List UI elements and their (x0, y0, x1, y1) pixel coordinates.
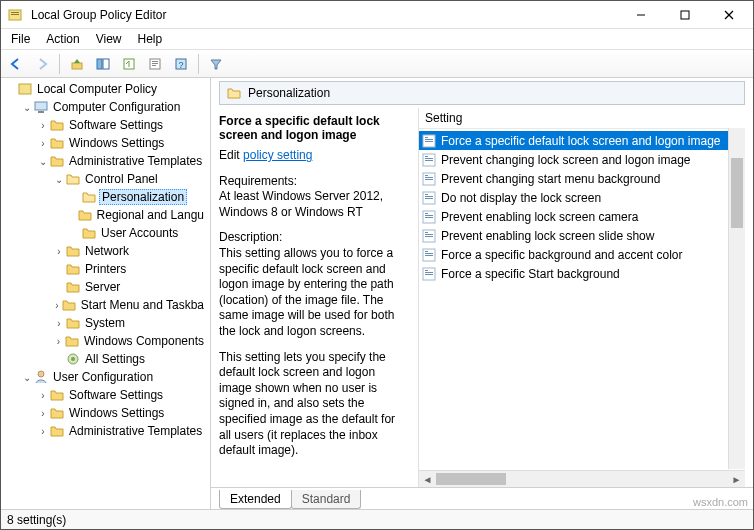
tree-user-accounts[interactable]: User Accounts (69, 224, 210, 242)
help-button[interactable]: ? (170, 53, 192, 75)
expander-icon[interactable]: ⌄ (37, 156, 49, 167)
setting-icon (421, 152, 437, 168)
svg-rect-42 (425, 217, 433, 218)
minimize-button[interactable] (619, 1, 663, 29)
tree-computer-configuration[interactable]: ⌄ Computer Configuration (21, 98, 210, 116)
tree-printers[interactable]: Printers (53, 260, 210, 278)
back-button[interactable] (5, 53, 27, 75)
svg-rect-25 (425, 139, 433, 140)
menu-file[interactable]: File (11, 32, 30, 46)
export-list-button[interactable] (118, 53, 140, 75)
setting-row[interactable]: Force a specific Start background (419, 264, 745, 283)
tree-software-settings[interactable]: ›Software Settings (37, 116, 210, 134)
scroll-left-icon[interactable]: ◄ (419, 474, 436, 485)
scrollbar-thumb[interactable] (436, 473, 506, 485)
setting-row[interactable]: Prevent enabling lock screen camera (419, 207, 745, 226)
expander-icon[interactable]: › (37, 408, 49, 419)
expander-icon[interactable]: › (53, 318, 65, 329)
setting-row[interactable]: Do not display the lock screen (419, 188, 745, 207)
scrollbar-thumb[interactable] (731, 158, 743, 228)
up-button[interactable] (66, 53, 88, 75)
vertical-scrollbar[interactable] (728, 128, 745, 469)
tree-label: Administrative Templates (67, 424, 204, 438)
settings-column-header[interactable]: Setting (419, 108, 745, 129)
tree-personalization[interactable]: Personalization (69, 188, 210, 206)
requirements-label: Requirements: (219, 174, 297, 188)
svg-rect-54 (425, 274, 433, 275)
tree-admin-templates[interactable]: ⌄Administrative Templates (37, 152, 210, 170)
content-pane: Personalization Force a specific default… (211, 78, 753, 509)
setting-icon (421, 190, 437, 206)
tree-control-panel[interactable]: ⌄Control Panel (53, 170, 210, 188)
svg-rect-45 (425, 234, 433, 235)
menu-view[interactable]: View (96, 32, 122, 46)
tree-windows-settings[interactable]: ›Windows Settings (37, 134, 210, 152)
tree-label: Software Settings (67, 118, 165, 132)
svg-point-22 (38, 371, 44, 377)
menu-help[interactable]: Help (138, 32, 163, 46)
setting-row[interactable]: Prevent enabling lock screen slide show (419, 226, 745, 245)
settings-list[interactable]: Force a specific default lock screen and… (419, 129, 745, 470)
view-tabs: Extended Standard (211, 487, 753, 509)
horizontal-scrollbar[interactable]: ◄ ► (419, 470, 745, 487)
forward-button[interactable] (31, 53, 53, 75)
tree-startmenu-taskbar[interactable]: ›Start Menu and Taskba (53, 296, 210, 314)
description-panel: Force a specific default lock screen and… (219, 108, 419, 487)
expander-icon[interactable]: ⌄ (21, 372, 33, 383)
expander-icon[interactable]: › (53, 246, 65, 257)
policy-title: Force a specific default lock screen and… (219, 114, 410, 142)
svg-rect-50 (425, 255, 433, 256)
edit-policy-link[interactable]: policy setting (243, 148, 312, 162)
tree-regional-language[interactable]: Regional and Langu (69, 206, 210, 224)
tree-pane[interactable]: Local Computer Policy ⌄ Computer Configu… (1, 78, 211, 509)
scroll-right-icon[interactable]: ► (728, 474, 745, 485)
folder-icon (77, 207, 93, 223)
setting-row[interactable]: Prevent changing start menu background (419, 169, 745, 188)
expander-icon[interactable]: › (37, 426, 49, 437)
expander-icon[interactable]: ⌄ (21, 102, 33, 113)
svg-rect-33 (425, 177, 433, 178)
tree-label: Network (83, 244, 131, 258)
tree-user-configuration[interactable]: ⌄User Configuration (21, 368, 210, 386)
folder-open-icon (65, 171, 81, 187)
description-label: Description: (219, 230, 282, 244)
tree-windows-components[interactable]: ›Windows Components (53, 332, 210, 350)
svg-rect-37 (425, 196, 433, 197)
tree-system[interactable]: ›System (53, 314, 210, 332)
folder-open-icon (226, 85, 242, 101)
maximize-button[interactable] (663, 1, 707, 29)
expander-icon[interactable]: › (37, 390, 49, 401)
filter-button[interactable] (205, 53, 227, 75)
setting-row[interactable]: Prevent changing lock screen and logon i… (419, 150, 745, 169)
description-text-1: This setting allows you to force a speci… (219, 246, 394, 338)
menu-action[interactable]: Action (46, 32, 79, 46)
expander-icon[interactable]: › (53, 300, 61, 311)
tree-u-windows-settings[interactable]: ›Windows Settings (37, 404, 210, 422)
setting-row[interactable]: Force a specific default lock screen and… (419, 131, 745, 150)
policy-root-icon (17, 81, 33, 97)
expander-icon[interactable]: › (37, 138, 49, 149)
tab-extended[interactable]: Extended (219, 490, 292, 509)
svg-rect-49 (425, 253, 433, 254)
expander-icon[interactable]: › (37, 120, 49, 131)
tree-server[interactable]: Server (53, 278, 210, 296)
setting-icon (421, 247, 437, 263)
folder-icon (49, 423, 65, 439)
close-button[interactable] (707, 1, 751, 29)
expander-icon[interactable]: ⌄ (53, 174, 65, 185)
svg-rect-12 (152, 61, 158, 62)
tree-network[interactable]: ›Network (53, 242, 210, 260)
setting-row[interactable]: Force a specific background and accent c… (419, 245, 745, 264)
computer-icon (33, 99, 49, 115)
tree-u-admin-templates[interactable]: ›Administrative Templates (37, 422, 210, 440)
show-hide-tree-button[interactable] (92, 53, 114, 75)
tree-root[interactable]: Local Computer Policy (5, 80, 210, 98)
properties-button[interactable] (144, 53, 166, 75)
expander-icon[interactable]: › (53, 336, 64, 347)
setting-label: Force a specific Start background (441, 267, 620, 281)
svg-rect-8 (97, 59, 102, 69)
tree-label: Server (83, 280, 122, 294)
tree-u-software-settings[interactable]: ›Software Settings (37, 386, 210, 404)
tree-all-settings[interactable]: All Settings (53, 350, 210, 368)
tab-standard[interactable]: Standard (291, 490, 362, 509)
